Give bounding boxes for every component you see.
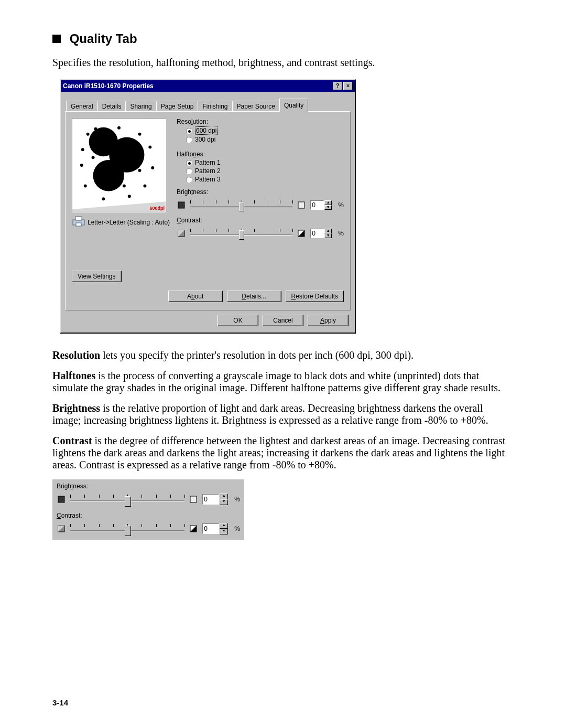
intro-paragraph: Specifies the resolution, halftoning met… (52, 57, 514, 69)
tab-paper-source[interactable]: Paper Source (232, 101, 280, 112)
contrast-value[interactable] (310, 229, 324, 238)
mini-contrast-thumb[interactable] (125, 526, 131, 536)
printer-icon (72, 216, 85, 229)
brightness-group: Brightness: (177, 188, 344, 211)
tab-strip: General Details Sharing Page Setup Finis… (65, 98, 351, 111)
mini-contrast-down[interactable]: ▼ (220, 529, 228, 534)
view-settings-button[interactable]: View Settings (72, 271, 122, 282)
radio-300dpi[interactable]: 300 dpi (186, 136, 344, 143)
contrast-thumb[interactable] (239, 230, 244, 240)
contrast-label: Contrast: (177, 217, 344, 224)
tab-panel-quality: 600dpi Letter->Letter (Scaling : Auto) V… (65, 111, 351, 311)
cancel-button[interactable]: Cancel (263, 315, 303, 326)
brightness-value[interactable] (310, 200, 324, 210)
mini-contrast-spinner[interactable]: ▲ ▼ (202, 523, 228, 534)
mini-contrast-up[interactable]: ▲ (220, 523, 228, 529)
radio-icon (186, 137, 192, 143)
brightness-thumb[interactable] (239, 202, 244, 211)
halftone-preview: 600dpi (72, 118, 166, 212)
about-button[interactable]: About (168, 291, 223, 302)
svg-point-12 (84, 185, 87, 188)
percent-label: % (338, 230, 344, 237)
dialog-button-row: OK Cancel Apply (65, 311, 351, 328)
radio-icon (186, 168, 192, 174)
section-heading: Quality Tab (52, 31, 514, 46)
mini-brightness-contrast-panel: Brightness: ▲ ▼ % Contrast: (52, 479, 244, 540)
svg-rect-23 (298, 202, 304, 208)
panel-button-row: About Details... Restore Defaults (72, 291, 344, 302)
contrast-low-icon (57, 524, 66, 533)
restore-defaults-button[interactable]: Restore Defaults (286, 291, 344, 302)
radio-pattern1[interactable]: Pattern 1 (186, 159, 344, 166)
brightness-down[interactable]: ▼ (324, 205, 332, 210)
desc-contrast: Contrast is the degree of difference bet… (52, 435, 514, 471)
halftone-preview-icon (72, 119, 166, 212)
radio-600dpi[interactable]: 600 dpi (186, 126, 344, 135)
brightness-spinner[interactable]: ▲ ▼ (310, 200, 332, 210)
brightness-up[interactable]: ▲ (324, 200, 332, 205)
brightness-low-icon (177, 200, 186, 210)
details-button[interactable]: Details... (227, 291, 281, 302)
contrast-up[interactable]: ▲ (324, 229, 332, 233)
brightness-slider[interactable] (190, 199, 292, 211)
tab-quality[interactable]: Quality (279, 99, 308, 112)
mini-brightness-slider[interactable] (70, 493, 184, 506)
svg-rect-22 (178, 202, 184, 208)
brightness-high-icon (297, 200, 306, 210)
svg-rect-29 (190, 496, 197, 502)
brightness-label: Brightness: (177, 188, 344, 196)
mini-contrast-value[interactable] (202, 523, 219, 534)
brightness-low-icon (57, 495, 66, 504)
ok-button[interactable]: OK (217, 315, 258, 326)
radio-icon (186, 160, 192, 166)
radio-pattern3[interactable]: Pattern 3 (186, 176, 344, 183)
svg-point-3 (86, 133, 90, 136)
help-button[interactable]: ? (333, 82, 342, 90)
percent-label: % (338, 201, 344, 209)
svg-point-5 (117, 126, 121, 130)
mini-brightness-up[interactable]: ▲ (220, 494, 228, 499)
apply-button[interactable]: Apply (308, 315, 349, 326)
contrast-high-icon (189, 524, 198, 533)
heading-text: Quality Tab (70, 31, 137, 46)
tab-sharing[interactable]: Sharing (125, 101, 156, 112)
svg-point-7 (148, 145, 151, 148)
contrast-down[interactable]: ▼ (324, 233, 332, 238)
svg-point-11 (102, 197, 105, 200)
contrast-slider[interactable] (190, 227, 292, 240)
tab-page-setup[interactable]: Page Setup (156, 101, 199, 112)
tab-details[interactable]: Details (97, 101, 126, 112)
tab-finishing[interactable]: Finishing (198, 101, 232, 112)
close-button[interactable]: × (343, 82, 353, 90)
radio-icon (186, 128, 192, 134)
svg-point-4 (94, 127, 97, 131)
svg-point-6 (138, 133, 142, 136)
svg-point-15 (92, 156, 95, 159)
scaling-info: Letter->Letter (Scaling : Auto) (72, 216, 171, 229)
svg-point-10 (128, 195, 131, 198)
dpi-badge: 600dpi (149, 206, 165, 211)
scaling-text: Letter->Letter (Scaling : Auto) (88, 219, 170, 226)
svg-rect-21 (76, 223, 81, 226)
settings-column: Resolution: 600 dpi 300 dpi Halftones: P… (177, 118, 344, 282)
preview-column: 600dpi Letter->Letter (Scaling : Auto) V… (72, 118, 171, 282)
mini-contrast-label: Contrast: (57, 512, 240, 519)
svg-rect-20 (75, 217, 82, 220)
desc-halftones: Halftones is the process of converting a… (52, 370, 514, 394)
titlebar: Canon iR1510-1670 Properties ? × (61, 80, 355, 92)
mini-contrast-slider[interactable] (70, 522, 184, 535)
mini-brightness-thumb[interactable] (125, 496, 131, 507)
desc-resolution: Resolution lets you specify the printer'… (52, 349, 514, 361)
mini-brightness-value[interactable] (202, 494, 219, 505)
tab-general[interactable]: General (66, 101, 98, 112)
svg-point-13 (80, 164, 83, 167)
percent-label: % (234, 496, 240, 503)
svg-point-9 (143, 185, 146, 188)
svg-rect-28 (58, 496, 64, 502)
svg-point-14 (81, 148, 84, 151)
contrast-spinner[interactable]: ▲ ▼ (310, 229, 332, 238)
radio-pattern2[interactable]: Pattern 2 (186, 167, 344, 175)
mini-brightness-down[interactable]: ▼ (220, 499, 228, 505)
halftones-label: Halftones: (177, 151, 344, 158)
mini-brightness-spinner[interactable]: ▲ ▼ (202, 494, 228, 505)
